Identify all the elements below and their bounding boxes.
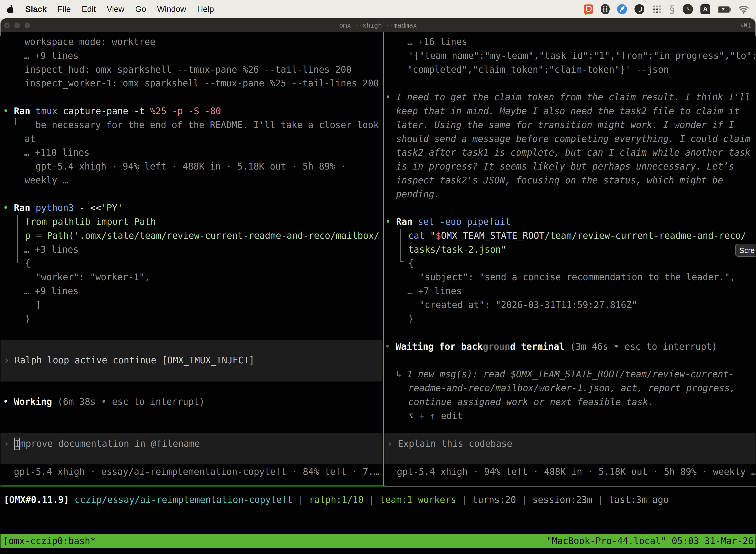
terminal-line: workspace_mode: worktree: [24, 36, 155, 48]
terminal-line: continue assigned work or next feasible …: [408, 396, 653, 408]
terminal-line: tasks/task-2.json": [408, 243, 506, 256]
terminal-line: gpt-5.4 xhigh · 94% left · 488K in · 5.1…: [36, 160, 346, 173]
window-title: omx --xhigh --madmax: [0, 18, 756, 32]
terminal-line: gpt-5.4 xhigh · 94% left · 488K in · 5.1…: [397, 466, 756, 478]
pane-divider: [383, 32, 384, 486]
menu-item-slack[interactable]: Slack: [25, 4, 47, 14]
terminal-line: • Ran python3 - <<'PY': [3, 202, 123, 214]
battery-icon[interactable]: [718, 4, 731, 14]
terminal-window: omx --xhigh --madmax ⌥⌘1 Scre workspace_…: [0, 18, 756, 554]
terminal-line: cat "$OMX_TEAM_STATE_ROOT/team/review-cu…: [408, 230, 746, 242]
terminal-line: readme-and-reco/mailbox/worker-1.json, a…: [408, 382, 736, 394]
terminal-line: "created_at": "2026-03-31T11:59:27.816Z": [419, 299, 637, 311]
terminal-line: • Working (6m 38s • esc to interrupt): [3, 396, 205, 408]
screen-mirroring-icon[interactable]: [584, 4, 593, 14]
output-bracket: [400, 229, 403, 262]
terminal-line: … +9 lines: [24, 50, 79, 62]
text-cursor: [14, 438, 20, 450]
terminal-line: ↳ 1 new msg(s): read $OMX_TEAM_STATE_ROO…: [396, 368, 734, 381]
squiggle-icon[interactable]: §: [669, 4, 675, 14]
menu-item-view[interactable]: View: [107, 4, 124, 14]
terminal-line: … +3 lines: [24, 243, 79, 256]
input-source-icon[interactable]: A: [700, 4, 710, 14]
terminal-line: • I need to get the claim token from the…: [385, 91, 750, 104]
terminal-line: }: [408, 313, 414, 325]
terminal-line: should send a message before completing …: [396, 133, 750, 145]
bottom-border-left: [0, 486, 385, 487]
moon-icon[interactable]: [634, 4, 644, 14]
menu-item-edit[interactable]: Edit: [82, 4, 96, 14]
dots-grid-icon[interactable]: [652, 4, 662, 14]
shield-grid-icon[interactable]: [601, 4, 610, 14]
output-bracket: [15, 118, 19, 125]
bottom-border-right: [385, 486, 756, 487]
screen-overlay-button[interactable]: Scre: [735, 244, 756, 257]
omx-status-line: [OMX#0.11.9] cczip/essay/ai-reimplementa…: [4, 494, 669, 506]
terminal-line: weekly …: [24, 174, 68, 187]
window-shortcut-hint: ⌥⌘1: [739, 18, 752, 32]
terminal-line: "subject": "send a concise recommendatio…: [419, 271, 736, 283]
terminal-line: … +110 lines: [24, 147, 89, 159]
terminal-line: … +16 lines: [407, 36, 467, 48]
window-titlebar[interactable]: omx --xhigh --madmax ⌥⌘1: [0, 18, 756, 32]
zigzag-glyph: [617, 4, 627, 14]
terminal-line: keep that in mind. Maybe I also need the…: [396, 105, 739, 117]
terminal-line: }: [25, 313, 30, 325]
terminal-line: "worker": "worker-1",: [36, 271, 150, 283]
terminal-line: at: [24, 133, 36, 145]
menu-item-help[interactable]: Help: [197, 4, 214, 14]
wifi-icon[interactable]: [738, 4, 749, 14]
menu-bar: SlackFileEditViewGoWindowHelp § ..61 A: [0, 0, 756, 18]
terminal-line: gpt-5.4 xhigh · essay/ai-reimplementatio…: [14, 466, 379, 478]
apple-icon[interactable]: [7, 5, 14, 13]
terminal-line: {: [408, 257, 414, 270]
percent-badge-icon[interactable]: ..61: [683, 4, 693, 14]
charging-bolt-icon: [721, 7, 725, 11]
terminal-line: • Waiting for background terminal (3m 46…: [385, 340, 717, 353]
terminal-line: from pathlib import Path: [25, 216, 156, 228]
tmux-host-clock: "MacBook-Pro-44.local" 05:03 31-Mar-26: [547, 535, 754, 547]
prompt-input-left-text: › Improve documentation in @filename: [4, 438, 200, 450]
terminal-line: … +7 lines: [407, 285, 462, 297]
terminal-line: '{"team_name":"my-team","task_id":"1","f…: [408, 50, 756, 62]
terminal-line: inspect task2's JSON, focusing on the st…: [396, 174, 723, 187]
menubar-menus: SlackFileEditViewGoWindowHelp: [7, 4, 214, 14]
terminal-line: • Ran set -euo pipefail: [385, 216, 510, 228]
terminal-line: {: [25, 257, 30, 270]
menu-item-file[interactable]: File: [58, 4, 71, 14]
terminal-line: be necessary for the end of the README. …: [36, 119, 379, 131]
terminal-line: is in progress? It seems likely but perh…: [396, 160, 734, 173]
terminal[interactable]: Scre workspace_mode: worktree… +9 linesi…: [0, 32, 756, 554]
tmux-session-label: [omx-cczip0:bash*: [3, 535, 96, 547]
terminal-line: • Ran tmux capture-pane -t %25 -p -S -80: [3, 105, 221, 117]
terminal-line: "completed","claim_token":"claim-token"}…: [407, 63, 669, 76]
terminal-line: ⌥ + ↑ edit: [408, 410, 463, 422]
terminal-line: … +9 lines: [24, 285, 79, 297]
output-bracket: [17, 215, 20, 263]
terminal-line: inspect_worker-1: omx sparkshell --tmux-…: [24, 77, 379, 90]
terminal-line: ]: [36, 299, 41, 311]
terminal-line: later. Using the same for transition mig…: [396, 119, 734, 131]
prompt-input-right-text: › Explain this codebase: [387, 438, 512, 450]
terminal-line: inspect_hud: omx sparkshell --tmux-pane …: [24, 63, 352, 76]
terminal-line: task2 after task1 is complete, but can I…: [396, 147, 750, 159]
speedtest-icon[interactable]: [617, 4, 627, 14]
terminal-line: pending.: [396, 188, 440, 201]
terminal-line: p = Path('.omx/state/team/review-current…: [25, 230, 379, 242]
terminal-line: › Ralph loop active continue [OMX_TMUX_I…: [4, 354, 254, 367]
menubar-status-icons: § ..61 A: [584, 4, 749, 14]
menu-item-go[interactable]: Go: [135, 4, 146, 14]
menu-item-window[interactable]: Window: [157, 4, 186, 14]
